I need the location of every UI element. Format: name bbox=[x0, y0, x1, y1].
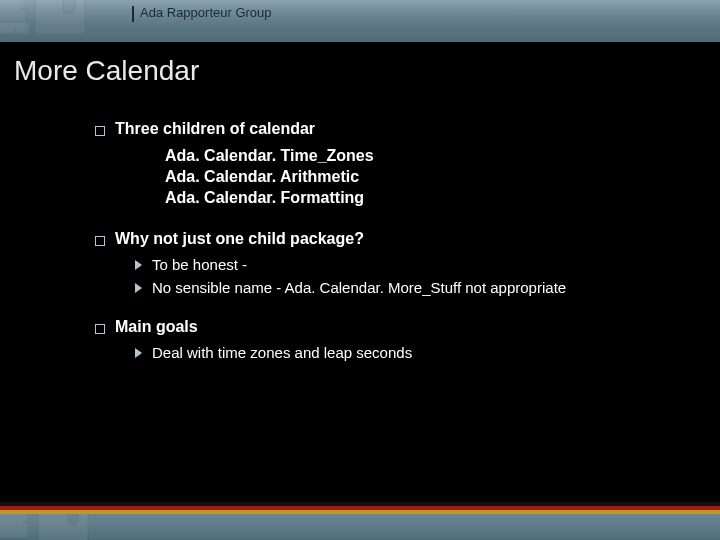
puzzle-decoration-icon bbox=[0, 514, 110, 540]
puzzle-decoration-icon bbox=[0, 0, 140, 34]
bullet-sublines: Ada. Calendar. Time_Zones Ada. Calendar.… bbox=[165, 146, 720, 208]
arrow-bullet-icon bbox=[135, 260, 142, 270]
bullet-label: Three children of calendar bbox=[115, 120, 315, 138]
bullet-label: Main goals bbox=[115, 318, 198, 336]
bullet-level1: Why not just one child package? bbox=[95, 230, 720, 248]
footer bbox=[0, 490, 720, 540]
bullet-label: Why not just one child package? bbox=[115, 230, 364, 248]
bullet-level2: Deal with time zones and leap seconds bbox=[135, 344, 720, 361]
arrow-bullet-icon bbox=[135, 283, 142, 293]
subline: Ada. Calendar. Formatting bbox=[165, 188, 720, 209]
bullet2-label: No sensible name - Ada. Calendar. More_S… bbox=[152, 279, 566, 296]
bullet2-label: Deal with time zones and leap seconds bbox=[152, 344, 412, 361]
bullet-level1: Main goals bbox=[95, 318, 720, 336]
square-bullet-icon bbox=[95, 324, 105, 334]
subline: Ada. Calendar. Time_Zones bbox=[165, 146, 720, 167]
footer-background bbox=[0, 514, 720, 540]
bullet2-label: To be honest - bbox=[152, 256, 247, 273]
square-bullet-icon bbox=[95, 126, 105, 136]
arrow-bullet-icon bbox=[135, 348, 142, 358]
subline: Ada. Calendar. Arithmetic bbox=[165, 167, 720, 188]
slide-content: Three children of calendar Ada. Calendar… bbox=[0, 120, 720, 361]
bullet-level1: Three children of calendar bbox=[95, 120, 720, 138]
slide: Ada Rapporteur Group More Calendar Three… bbox=[0, 0, 720, 540]
bullet-level2: To be honest - bbox=[135, 256, 720, 273]
header-org: Ada Rapporteur Group bbox=[140, 5, 272, 20]
header-separator bbox=[132, 6, 134, 22]
slide-title: More Calendar bbox=[14, 55, 199, 87]
bullet-level2: No sensible name - Ada. Calendar. More_S… bbox=[135, 279, 720, 296]
header-background bbox=[0, 0, 720, 42]
square-bullet-icon bbox=[95, 236, 105, 246]
